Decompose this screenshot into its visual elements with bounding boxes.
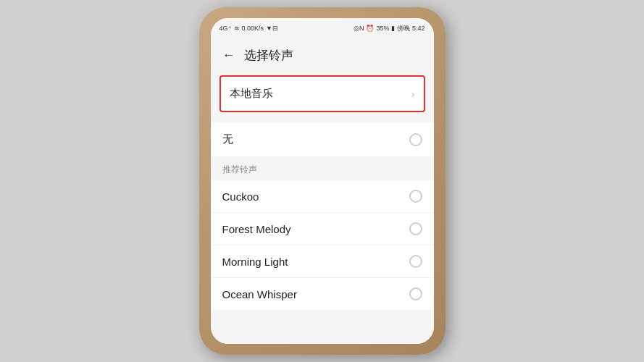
none-radio-button[interactable] [409, 133, 422, 146]
ringtone-label-ocean-whisper: Ocean Whisper [222, 288, 297, 300]
ringtone-radio-cuckoo[interactable] [409, 190, 422, 203]
status-left: 4G⁺ ≋ 0.00K/s ▼⊟ [219, 25, 278, 32]
battery-level: 35% [376, 25, 389, 32]
ringtone-item-morning-light[interactable]: Morning Light [211, 245, 434, 277]
phone-screen: 4G⁺ ≋ 0.00K/s ▼⊟ ◎N ⏰ 35% ▮ 傍晚 5:42 ← 选择… [211, 18, 434, 344]
ringtone-label-forest-melody: Forest Melody [222, 223, 291, 235]
ringtone-item-ocean-whisper[interactable]: Ocean Whisper [211, 277, 434, 310]
chevron-right-icon: › [411, 88, 415, 100]
ringtone-radio-morning-light[interactable] [409, 255, 422, 268]
nfc-icon: ◎N [354, 25, 364, 32]
none-option-item[interactable]: 无 [211, 122, 434, 156]
wifi-icon: ≋ [234, 25, 240, 32]
time-label: 傍晚 5:42 [397, 24, 425, 33]
none-label: 无 [222, 132, 233, 146]
status-right: ◎N ⏰ 35% ▮ 傍晚 5:42 [354, 24, 425, 33]
local-music-item[interactable]: 本地音乐 › [219, 75, 425, 112]
local-music-label: 本地音乐 [230, 87, 273, 101]
ringtone-list: Cuckoo Forest Melody Morning Light Ocean… [211, 180, 434, 310]
ringtone-item-cuckoo[interactable]: Cuckoo [211, 180, 434, 212]
status-bar: 4G⁺ ≋ 0.00K/s ▼⊟ ◎N ⏰ 35% ▮ 傍晚 5:42 [211, 18, 434, 38]
page-title: 选择铃声 [244, 47, 293, 64]
title-bar: ← 选择铃声 [211, 38, 434, 72]
ringtone-item-forest-melody[interactable]: Forest Melody [211, 212, 434, 245]
back-button[interactable]: ← [222, 48, 235, 63]
ringtone-label-cuckoo: Cuckoo [222, 190, 259, 203]
recommended-section-header: 推荐铃声 [211, 156, 434, 180]
battery-icon: ▮ [391, 25, 395, 32]
signal-icon: 4G⁺ [219, 25, 232, 32]
alarm-icon: ⏰ [366, 25, 374, 32]
ringtone-radio-ocean-whisper[interactable] [409, 287, 422, 300]
gap-spacer [211, 115, 434, 122]
data-speed: 0.00K/s [242, 25, 264, 32]
notification-icons: ▼⊟ [266, 25, 278, 32]
ringtone-label-morning-light: Morning Light [222, 256, 288, 268]
app-content: ← 选择铃声 本地音乐 › 无 推荐铃声 Cuckoo [211, 38, 434, 344]
ringtone-radio-forest-melody[interactable] [409, 222, 422, 235]
phone-frame: 4G⁺ ≋ 0.00K/s ▼⊟ ◎N ⏰ 35% ▮ 傍晚 5:42 ← 选择… [199, 7, 446, 355]
